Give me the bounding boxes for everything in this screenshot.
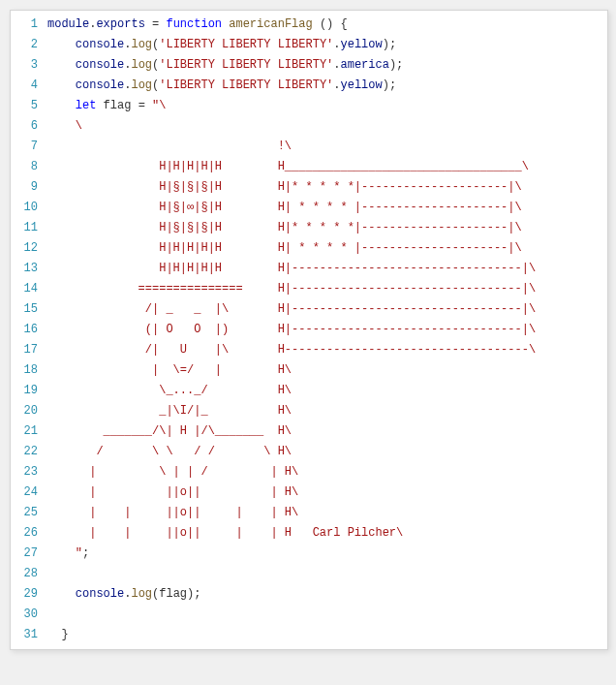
token-str: 'LIBERTY LIBERTY LIBERTY' <box>159 78 333 92</box>
code-line: 17 /| U |\ H----------------------------… <box>11 340 607 360</box>
code-line: 4 console.log('LIBERTY LIBERTY LIBERTY'.… <box>11 76 607 96</box>
token-punc <box>47 78 76 92</box>
line-number: 27 <box>11 544 47 564</box>
token-punc: flag = <box>96 99 152 112</box>
code-line: 25 | | ||o|| | | H\ <box>11 503 607 523</box>
line-number: 1 <box>11 15 47 35</box>
token-prop: module <box>47 17 89 31</box>
token-str: _|\I/|_ H\ <box>47 404 292 418</box>
token-punc <box>47 58 76 72</box>
token-str: /| _ _ |\ H|----------------------------… <box>47 302 536 316</box>
code-line: 8 H|H|H|H|H H___________________________… <box>11 157 607 177</box>
line-number: 5 <box>11 96 47 116</box>
token-str: " <box>47 546 82 560</box>
token-str: (| O O |) H|----------------------------… <box>47 323 536 336</box>
code-content: _|\I/|_ H\ <box>47 401 607 421</box>
code-content: / \ \ / / \ H\ <box>47 442 607 462</box>
code-line: 20 _|\I/|_ H\ <box>11 401 607 421</box>
token-str: 'LIBERTY LIBERTY LIBERTY' <box>159 58 333 72</box>
code-content: =============== H|----------------------… <box>47 279 607 299</box>
code-content: H|H|H|H|H H|----------------------------… <box>47 259 607 279</box>
token-str: | \=/ | H\ <box>47 363 292 377</box>
code-content: } <box>47 625 607 645</box>
line-number: 2 <box>11 35 47 55</box>
code-line: 16 (| O O |) H|-------------------------… <box>11 320 607 340</box>
line-number: 8 <box>11 157 47 177</box>
token-prop: america <box>340 58 388 72</box>
code-line: 26 | | ||o|| | | H Carl Pilcher\ <box>11 523 607 544</box>
line-number: 26 <box>11 523 47 544</box>
code-content: "; <box>47 544 607 564</box>
token-str: | | ||o|| | | H Carl Pilcher\ <box>47 526 403 540</box>
code-content: | | ||o|| | | H Carl Pilcher\ <box>47 523 607 544</box>
token-str: | \ | | / | H\ <box>47 465 298 479</box>
code-line: 7 !\ <box>11 137 607 157</box>
code-line: 27 "; <box>11 544 607 564</box>
token-str: H|H|H|H|H H_____________________________… <box>47 160 529 173</box>
token-str: /| U |\ H-------------------------------… <box>47 343 536 357</box>
token-prop: yellow <box>340 78 382 92</box>
token-punc: = <box>145 17 167 31</box>
token-punc <box>47 38 76 51</box>
code-line: 9 H|§|§|§|H H|* * * * *|----------------… <box>11 177 607 198</box>
line-number: 23 <box>11 462 47 483</box>
token-str: H|§|§|§|H H|* * * * *|------------------… <box>47 180 522 194</box>
code-block: 1module.exports = function americanFlag … <box>10 10 608 650</box>
token-str: / \ \ / / \ H\ <box>47 445 292 458</box>
code-line: 12 H|H|H|H|H H| * * * * |---------------… <box>11 238 607 259</box>
line-number: 9 <box>11 177 47 198</box>
token-kw: function <box>166 17 222 31</box>
token-punc: () { <box>313 17 348 31</box>
token-str: H|§|∞|§|H H| * * * * |------------------… <box>47 201 522 214</box>
code-line: 3 console.log('LIBERTY LIBERTY LIBERTY'.… <box>11 55 607 76</box>
line-number: 17 <box>11 340 47 360</box>
token-prop: console <box>76 58 124 72</box>
code-line: 14 =============== H|-------------------… <box>11 279 607 299</box>
code-content: (| O O |) H|----------------------------… <box>47 320 607 340</box>
code-line: 6 \ <box>11 116 607 137</box>
token-str: =============== H|----------------------… <box>47 282 536 296</box>
token-str: _______/\| H |/\_______ H\ <box>47 424 292 438</box>
code-line: 10 H|§|∞|§|H H| * * * * |---------------… <box>11 198 607 218</box>
line-number: 6 <box>11 116 47 137</box>
token-punc: ); <box>383 38 396 51</box>
code-content: console.log('LIBERTY LIBERTY LIBERTY'.am… <box>47 55 607 76</box>
token-fn: log <box>131 38 152 51</box>
code-content: \ <box>47 116 607 137</box>
line-number: 24 <box>11 483 47 503</box>
code-line: 31 } <box>11 625 607 645</box>
line-number: 31 <box>11 625 47 645</box>
code-content: !\ <box>47 137 607 157</box>
code-content: | ||o|| | H\ <box>47 483 607 503</box>
token-str: H|H|H|H|H H|----------------------------… <box>47 262 536 275</box>
token-punc: ); <box>383 78 396 92</box>
token-str: | ||o|| | H\ <box>47 485 298 499</box>
line-number: 18 <box>11 360 47 381</box>
line-number: 3 <box>11 55 47 76</box>
code-line: 15 /| _ _ |\ H|-------------------------… <box>11 299 607 320</box>
token-kw: let <box>76 99 97 112</box>
code-content: H|H|H|H|H H_____________________________… <box>47 157 607 177</box>
line-number: 28 <box>11 564 47 584</box>
code-content: H|§|§|§|H H|* * * * *|------------------… <box>47 177 607 198</box>
token-punc: (flag); <box>152 587 200 601</box>
token-prop: console <box>76 78 124 92</box>
token-str: !\ <box>47 140 292 153</box>
token-punc <box>47 99 76 112</box>
token-prop: console <box>76 587 124 601</box>
code-content: H|H|H|H|H H| * * * * |------------------… <box>47 238 607 259</box>
line-number: 16 <box>11 320 47 340</box>
code-line: 28 <box>11 564 607 584</box>
token-str: \ <box>47 119 82 133</box>
token-str: 'LIBERTY LIBERTY LIBERTY' <box>159 38 333 51</box>
code-line: 22 / \ \ / / \ H\ <box>11 442 607 462</box>
code-line: 1module.exports = function americanFlag … <box>11 15 607 35</box>
token-prop: exports <box>96 17 144 31</box>
token-prop: console <box>76 38 124 51</box>
token-fn: log <box>131 58 152 72</box>
line-number: 13 <box>11 259 47 279</box>
token-prop: yellow <box>340 38 382 51</box>
token-str: | | ||o|| | | H\ <box>47 506 298 519</box>
token-fn: americanFlag <box>229 17 312 31</box>
code-content: _______/\| H |/\_______ H\ <box>47 421 607 442</box>
